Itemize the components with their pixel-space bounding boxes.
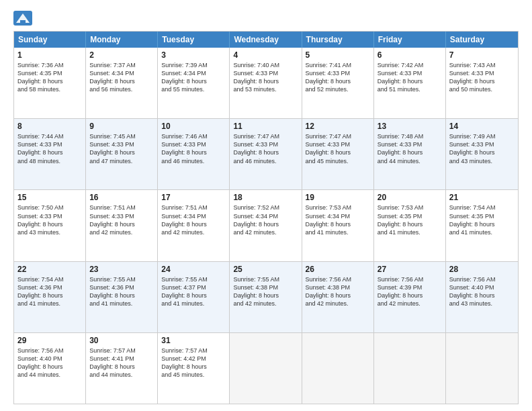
- cell-info-line: and 50 minutes.: [449, 85, 515, 93]
- cell-info-line: Sunset: 4:33 PM: [378, 69, 442, 77]
- cell-info-line: Sunrise: 7:39 AM: [161, 61, 226, 69]
- calendar-cell: 25Sunrise: 7:55 AMSunset: 4:38 PMDayligh…: [230, 262, 302, 332]
- cell-info-line: Sunset: 4:42 PM: [161, 355, 226, 363]
- cell-info-line: Sunrise: 7:51 AM: [89, 203, 154, 212]
- day-number: 28: [449, 265, 515, 274]
- cell-info-line: Sunset: 4:33 PM: [17, 140, 82, 148]
- cell-info-line: Daylight: 8 hours: [378, 148, 442, 156]
- cell-info-line: Daylight: 8 hours: [161, 291, 226, 300]
- day-number: 3: [161, 50, 226, 60]
- cell-info-line: and 41 minutes.: [161, 300, 226, 308]
- cell-info-line: and 52 minutes.: [306, 85, 370, 93]
- calendar-cell: [374, 333, 446, 404]
- cell-info-line: Daylight: 8 hours: [378, 77, 442, 85]
- day-number: 22: [17, 265, 82, 274]
- header-thursday: Thursday: [302, 32, 374, 48]
- calendar-cell: 7Sunrise: 7:43 AMSunset: 4:33 PMDaylight…: [446, 48, 518, 118]
- cell-info-line: Sunset: 4:36 PM: [17, 283, 82, 291]
- calendar-cell: 31Sunrise: 7:57 AMSunset: 4:42 PMDayligh…: [158, 333, 230, 404]
- cell-info-line: and 41 minutes.: [89, 300, 154, 308]
- day-number: 7: [449, 50, 515, 60]
- cell-info-line: Sunset: 4:33 PM: [306, 69, 370, 77]
- cell-info-line: and 42 minutes.: [89, 228, 154, 236]
- cell-info-line: Sunrise: 7:41 AM: [306, 61, 370, 69]
- cell-info-line: Sunrise: 7:55 AM: [89, 275, 154, 283]
- cell-info-line: Daylight: 8 hours: [161, 148, 226, 156]
- day-number: 26: [306, 265, 370, 274]
- cell-info-line: Daylight: 8 hours: [17, 220, 82, 228]
- cell-info-line: Sunrise: 7:56 AM: [17, 347, 82, 355]
- cell-info-line: Daylight: 8 hours: [306, 148, 370, 156]
- cell-info-line: Sunset: 4:35 PM: [17, 69, 82, 77]
- cell-info-line: Sunrise: 7:56 AM: [306, 275, 370, 283]
- cell-info-line: Sunrise: 7:47 AM: [306, 132, 370, 140]
- cell-info-line: and 46 minutes.: [161, 157, 226, 165]
- cell-info-line: Daylight: 8 hours: [89, 77, 154, 85]
- cell-info-line: Daylight: 8 hours: [89, 220, 154, 228]
- day-number: 8: [17, 122, 82, 131]
- cell-info-line: Daylight: 8 hours: [233, 148, 298, 156]
- calendar-row: 22Sunrise: 7:54 AMSunset: 4:36 PMDayligh…: [14, 261, 518, 332]
- cell-info-line: and 42 minutes.: [233, 228, 298, 236]
- cell-info-line: Sunset: 4:40 PM: [449, 283, 515, 291]
- calendar-cell: 12Sunrise: 7:47 AMSunset: 4:33 PMDayligh…: [302, 119, 374, 189]
- calendar-cell: 21Sunrise: 7:54 AMSunset: 4:35 PMDayligh…: [446, 190, 518, 261]
- header-saturday: Saturday: [446, 32, 518, 48]
- calendar-cell: 8Sunrise: 7:44 AMSunset: 4:33 PMDaylight…: [14, 119, 86, 189]
- day-number: 12: [306, 122, 370, 131]
- cell-info-line: Sunset: 4:33 PM: [89, 140, 154, 148]
- cell-info-line: and 41 minutes.: [306, 228, 370, 236]
- cell-info-line: Sunrise: 7:40 AM: [233, 61, 298, 69]
- calendar-cell: 1Sunrise: 7:36 AMSunset: 4:35 PMDaylight…: [14, 48, 86, 118]
- cell-info-line: Sunrise: 7:45 AM: [89, 132, 154, 140]
- calendar-cell: 11Sunrise: 7:47 AMSunset: 4:33 PMDayligh…: [230, 119, 302, 189]
- cell-info-line: Sunset: 4:41 PM: [89, 355, 154, 363]
- day-number: 5: [306, 50, 370, 60]
- calendar-cell: 27Sunrise: 7:56 AMSunset: 4:39 PMDayligh…: [374, 262, 446, 332]
- logo-icon: [13, 11, 32, 26]
- cell-info-line: Daylight: 8 hours: [378, 291, 442, 300]
- cell-info-line: and 56 minutes.: [89, 85, 154, 93]
- calendar-cell: 30Sunrise: 7:57 AMSunset: 4:41 PMDayligh…: [86, 333, 158, 404]
- cell-info-line: and 44 minutes.: [89, 371, 154, 379]
- day-number: 30: [89, 336, 154, 345]
- cell-info-line: Sunrise: 7:54 AM: [17, 275, 82, 283]
- day-number: 25: [233, 265, 298, 274]
- cell-info-line: Sunrise: 7:57 AM: [161, 347, 226, 355]
- day-number: 21: [449, 193, 515, 202]
- cell-info-line: Sunrise: 7:57 AM: [89, 347, 154, 355]
- cell-info-line: Sunrise: 7:52 AM: [233, 203, 298, 212]
- calendar-row: 15Sunrise: 7:50 AMSunset: 4:33 PMDayligh…: [14, 189, 518, 261]
- header-sunday: Sunday: [14, 32, 86, 48]
- cell-info-line: Sunset: 4:33 PM: [449, 69, 515, 77]
- cell-info-line: Sunrise: 7:55 AM: [161, 275, 226, 283]
- cell-info-line: Sunset: 4:33 PM: [233, 69, 298, 77]
- cell-info-line: Sunset: 4:40 PM: [17, 355, 82, 363]
- calendar-cell: 9Sunrise: 7:45 AMSunset: 4:33 PMDaylight…: [86, 119, 158, 189]
- cell-info-line: and 41 minutes.: [449, 228, 515, 236]
- cell-info-line: Sunset: 4:35 PM: [449, 212, 515, 220]
- cell-info-line: Daylight: 8 hours: [17, 291, 82, 300]
- calendar-cell: 20Sunrise: 7:53 AMSunset: 4:35 PMDayligh…: [374, 190, 446, 261]
- cell-info-line: Daylight: 8 hours: [17, 77, 82, 85]
- calendar-cell: 3Sunrise: 7:39 AMSunset: 4:34 PMDaylight…: [158, 48, 230, 118]
- cell-info-line: Daylight: 8 hours: [233, 220, 298, 228]
- day-number: 6: [378, 50, 442, 60]
- header-wednesday: Wednesday: [230, 32, 302, 48]
- calendar-cell: 26Sunrise: 7:56 AMSunset: 4:38 PMDayligh…: [302, 262, 374, 332]
- cell-info-line: Sunset: 4:36 PM: [89, 283, 154, 291]
- day-number: 20: [378, 193, 442, 202]
- cell-info-line: and 42 minutes.: [233, 300, 298, 308]
- calendar-cell: [446, 333, 518, 404]
- cell-info-line: Sunset: 4:33 PM: [89, 212, 154, 220]
- calendar-row: 29Sunrise: 7:56 AMSunset: 4:40 PMDayligh…: [14, 332, 518, 404]
- logo: [13, 11, 34, 26]
- cell-info-line: Sunset: 4:34 PM: [161, 69, 226, 77]
- cell-info-line: Daylight: 8 hours: [378, 220, 442, 228]
- calendar-body: 1Sunrise: 7:36 AMSunset: 4:35 PMDaylight…: [14, 48, 518, 404]
- cell-info-line: Sunset: 4:39 PM: [378, 283, 442, 291]
- cell-info-line: Sunrise: 7:43 AM: [449, 61, 515, 69]
- cell-info-line: Sunset: 4:37 PM: [161, 283, 226, 291]
- cell-info-line: Daylight: 8 hours: [161, 363, 226, 371]
- cell-info-line: Sunset: 4:33 PM: [161, 140, 226, 148]
